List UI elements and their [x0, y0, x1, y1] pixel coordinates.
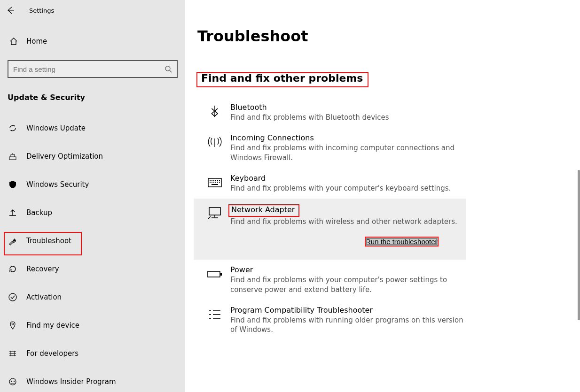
troubleshooter-list: Bluetooth Find and fix problems with Blu… [185, 97, 580, 340]
sidebar-item-windows-update[interactable]: Windows Update [0, 114, 185, 142]
svg-rect-20 [212, 182, 212, 183]
svg-rect-17 [217, 180, 218, 181]
titlebar: Settings [0, 0, 185, 21]
svg-rect-30 [208, 271, 220, 277]
nav-label: Windows Security [26, 180, 89, 189]
check-circle-icon [8, 292, 18, 302]
svg-rect-18 [219, 180, 220, 181]
location-icon [8, 320, 18, 331]
svg-rect-22 [215, 182, 216, 183]
troubleshooter-power[interactable]: Power Find and fix problems with your co… [194, 260, 466, 300]
nav-list: Windows Update Delivery Optimization Win… [0, 114, 185, 392]
list-icon [207, 307, 223, 323]
page-title: Troubleshoot [197, 27, 580, 45]
item-title: Bluetooth [230, 103, 389, 112]
run-troubleshooter-button[interactable]: Run the troubleshooter [365, 237, 439, 246]
svg-rect-25 [212, 184, 218, 185]
insider-icon [8, 377, 18, 387]
troubleshooter-keyboard[interactable]: Keyboard Find and fix problems with your… [194, 168, 466, 199]
annotation-box-section-title: Find and fix other problems [196, 72, 368, 87]
item-desc: Find and fix problems with your computer… [230, 184, 451, 193]
nav-label: Find my device [26, 321, 79, 330]
bluetooth-icon [207, 104, 223, 120]
item-desc: Find and fix problems with your computer… [230, 275, 465, 294]
home-icon [9, 37, 18, 46]
sidebar-home[interactable]: Home [0, 31, 185, 52]
category-label: Update & Security [8, 93, 185, 102]
svg-rect-13 [210, 180, 211, 181]
sidebar-item-windows-security[interactable]: Windows Security [0, 170, 185, 199]
developers-icon [8, 348, 18, 359]
arrow-left-icon [6, 6, 15, 15]
delivery-icon [8, 151, 18, 161]
svg-rect-19 [210, 182, 211, 183]
svg-rect-6 [9, 157, 16, 160]
item-title: Keyboard [230, 174, 451, 183]
sidebar: Settings Home Update & Security Windows … [0, 0, 185, 392]
search-input[interactable] [13, 65, 165, 73]
svg-rect-14 [212, 180, 212, 181]
wrench-icon [8, 236, 18, 246]
annotation-box-network-adapter: Network Adapter [228, 204, 299, 217]
search-box[interactable] [8, 60, 178, 78]
svg-point-11 [14, 381, 15, 382]
search-icon [165, 65, 172, 73]
svg-point-8 [12, 323, 14, 325]
svg-line-5 [170, 70, 172, 72]
svg-point-7 [9, 293, 16, 301]
svg-rect-15 [213, 180, 214, 181]
nav-label: Troubleshoot [26, 237, 71, 245]
sidebar-item-insider-program[interactable]: Windows Insider Program [0, 368, 185, 392]
recovery-icon [8, 264, 18, 274]
nav-label: Recovery [26, 265, 59, 273]
sidebar-item-activation[interactable]: Activation [0, 283, 185, 311]
sidebar-item-recovery[interactable]: Recovery [0, 255, 185, 283]
svg-line-29 [208, 216, 211, 219]
svg-rect-31 [220, 273, 222, 276]
sidebar-item-troubleshoot[interactable]: Troubleshoot [0, 227, 185, 255]
svg-rect-16 [215, 180, 216, 181]
keyboard-icon [207, 175, 223, 191]
shield-icon [8, 179, 18, 190]
scrollbar-thumb[interactable] [578, 170, 580, 320]
item-title: Program Compatibility Troubleshooter [230, 306, 465, 315]
item-desc: Find and fix problems with running older… [230, 315, 465, 335]
app-title: Settings [29, 7, 54, 14]
item-desc: Find and fix problems with incoming comp… [230, 143, 465, 162]
sidebar-item-delivery-optimization[interactable]: Delivery Optimization [0, 142, 185, 170]
sync-icon [8, 123, 18, 133]
svg-rect-21 [213, 182, 214, 183]
monitor-network-icon [207, 205, 223, 221]
svg-point-4 [165, 66, 170, 71]
sidebar-item-backup[interactable]: Backup [0, 199, 185, 227]
nav-label: For developers [26, 349, 78, 358]
section-title: Find and fix other problems [201, 72, 363, 84]
home-label: Home [26, 37, 47, 46]
item-title: Incoming Connections [230, 133, 465, 142]
item-title: Power [230, 265, 465, 274]
item-desc: Find and fix problems with wireless and … [230, 217, 457, 226]
sidebar-item-for-developers[interactable]: For developers [0, 339, 185, 368]
main-content: Troubleshoot Find and fix other problems… [185, 0, 580, 392]
svg-point-10 [11, 381, 12, 382]
backup-icon [8, 208, 18, 218]
svg-rect-23 [217, 182, 218, 183]
nav-label: Activation [26, 293, 62, 301]
battery-icon [207, 266, 223, 282]
nav-label: Windows Insider Program [26, 377, 116, 386]
item-desc: Find and fix problems with Bluetooth dev… [230, 113, 389, 122]
troubleshooter-network-adapter[interactable]: Network Adapter Find and fix problems wi… [194, 199, 466, 260]
antenna-icon [207, 134, 223, 150]
svg-rect-24 [219, 182, 220, 183]
item-title: Network Adapter [231, 205, 295, 214]
nav-label: Windows Update [26, 124, 86, 132]
back-button[interactable] [0, 0, 21, 21]
svg-rect-26 [209, 208, 220, 215]
nav-label: Backup [26, 208, 52, 217]
sidebar-item-find-my-device[interactable]: Find my device [0, 311, 185, 339]
troubleshooter-bluetooth[interactable]: Bluetooth Find and fix problems with Blu… [194, 97, 466, 128]
troubleshooter-incoming-connections[interactable]: Incoming Connections Find and fix proble… [194, 128, 466, 168]
nav-label: Delivery Optimization [26, 152, 103, 161]
troubleshooter-program-compatibility[interactable]: Program Compatibility Troubleshooter Fin… [194, 300, 466, 340]
